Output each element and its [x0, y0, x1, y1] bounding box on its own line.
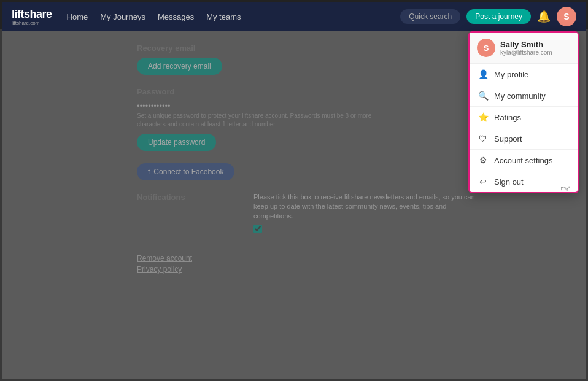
dropdown-ratings-label: Ratings	[494, 113, 521, 122]
user-dropdown-menu: S Sally Smith kyla@liftshare.com 👤 My pr…	[468, 31, 579, 193]
dropdown-user-info: Sally Smith kyla@liftshare.com	[500, 40, 552, 56]
nav-home[interactable]: Home	[67, 12, 88, 21]
community-icon: 🔍	[478, 91, 488, 101]
navbar: liftshare liftshare.com Home My Journeys…	[2, 2, 586, 31]
dropdown-my-profile-label: My profile	[494, 70, 528, 79]
dropdown-my-profile[interactable]: 👤 My profile	[470, 64, 578, 85]
settings-icon: ⚙	[478, 155, 488, 165]
dropdown-account-settings[interactable]: ⚙ Account settings	[470, 150, 578, 171]
quick-search-button[interactable]: Quick search	[400, 9, 460, 24]
profile-icon: 👤	[478, 69, 488, 79]
logo-subtitle: liftshare.com	[12, 21, 52, 26]
dropdown-sign-out[interactable]: ↩ Sign out ☞	[470, 171, 578, 192]
signout-icon: ↩	[478, 177, 488, 187]
avatar[interactable]: S	[557, 7, 576, 26]
nav-links: Home My Journeys Messages My teams	[67, 12, 401, 21]
notification-bell-icon[interactable]: 🔔	[537, 10, 551, 23]
dropdown-header: S Sally Smith kyla@liftshare.com	[470, 33, 578, 64]
dropdown-ratings[interactable]: ⭐ Ratings	[470, 107, 578, 128]
nav-journeys[interactable]: My Journeys	[100, 12, 145, 21]
nav-teams[interactable]: My teams	[206, 12, 241, 21]
nav-right: Quick search Post a journey 🔔 S	[400, 7, 576, 26]
nav-messages[interactable]: Messages	[158, 12, 194, 21]
cursor-icon: ☞	[559, 182, 573, 193]
logo: liftshare liftshare.com	[12, 8, 52, 26]
post-journey-button[interactable]: Post a journey	[466, 9, 531, 24]
ratings-icon: ⭐	[478, 112, 488, 122]
dropdown-my-community-label: My community	[494, 91, 546, 101]
dropdown-user-name: Sally Smith	[500, 40, 552, 49]
dropdown-avatar: S	[477, 39, 495, 57]
support-icon: 🛡	[478, 134, 488, 144]
dropdown-support-label: Support	[494, 134, 522, 144]
dropdown-account-settings-label: Account settings	[494, 156, 552, 165]
logo-text: liftshare	[12, 8, 52, 20]
dropdown-user-email: kyla@liftshare.com	[500, 49, 552, 56]
dropdown-sign-out-label: Sign out	[494, 177, 524, 187]
dropdown-support[interactable]: 🛡 Support	[470, 128, 578, 150]
dropdown-my-community[interactable]: 🔍 My community	[470, 85, 578, 107]
